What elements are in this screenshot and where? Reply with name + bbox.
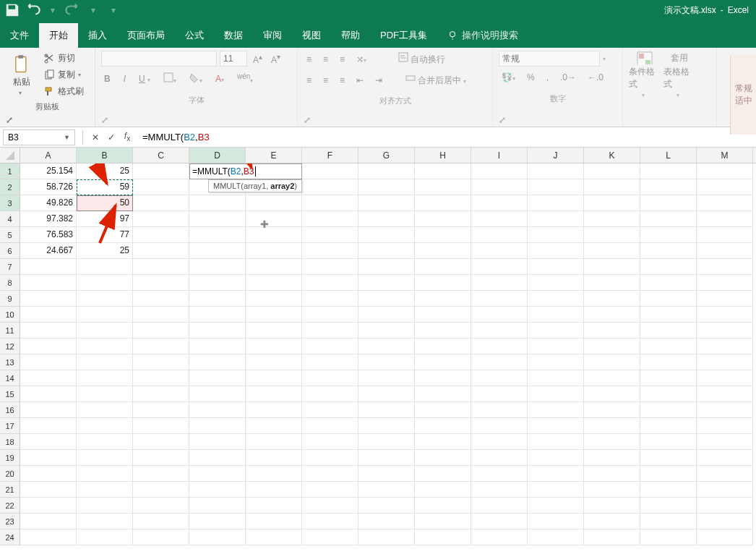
cell-A7[interactable] [20,259,77,275]
decrease-indent-icon[interactable]: ⇤ [353,74,366,87]
tooltip-arg1[interactable]: array1 [244,182,266,190]
cell-I10[interactable] [471,307,528,323]
conditional-format-button[interactable]: 条件格式▾ [629,51,661,98]
cell-H24[interactable] [415,530,471,545]
cell-A16[interactable] [20,402,77,418]
tab-view[interactable]: 视图 [292,23,331,48]
cell-K17[interactable] [584,418,640,434]
cell-F6[interactable] [302,243,358,259]
cell-G13[interactable] [358,354,415,370]
cell-L23[interactable] [640,514,697,530]
cell-H17[interactable] [415,418,471,434]
cell-F12[interactable] [302,339,358,354]
cell-C15[interactable] [133,386,189,402]
row-header-21[interactable]: 21 [0,482,20,498]
save-icon[interactable] [4,2,20,18]
cell-B15[interactable] [77,386,133,402]
cell-H9[interactable] [415,291,471,307]
cell-J23[interactable] [528,514,584,530]
cell-E9[interactable] [246,291,302,307]
paste-button[interactable]: 粘贴 ▾ [6,51,38,99]
cell-M6[interactable] [697,243,753,259]
cell-L9[interactable] [640,291,697,307]
cell-E14[interactable] [246,370,302,386]
cell-D18[interactable] [189,434,246,450]
comma-format-icon[interactable]: , [544,71,551,84]
cell-G6[interactable] [358,243,415,259]
cell-G19[interactable] [358,450,415,466]
cell-A12[interactable] [20,339,77,354]
cell-E23[interactable] [246,514,302,530]
number-launcher-icon[interactable]: ⤢ [499,115,617,125]
cell-C17[interactable] [133,418,189,434]
row-header-1[interactable]: 1 [0,163,20,179]
cell-H1[interactable] [415,163,471,179]
cell-L15[interactable] [640,386,697,402]
cell-M15[interactable] [697,386,753,402]
format-as-table-button[interactable]: 套用 表格格式▾ [663,51,695,98]
cell-E15[interactable] [246,386,302,402]
cell-M20[interactable] [697,466,753,482]
italic-button[interactable]: I [121,72,129,85]
cell-J10[interactable] [528,307,584,323]
cell-A19[interactable] [20,450,77,466]
column-header-J[interactable]: J [528,148,584,163]
cell-K15[interactable] [584,386,640,402]
cell-A9[interactable] [20,291,77,307]
increase-font-icon[interactable]: A▴ [250,51,265,67]
row-header-12[interactable]: 12 [0,339,20,354]
cell-J21[interactable] [528,482,584,498]
cell-A23[interactable] [20,514,77,530]
cell-I11[interactable] [471,323,528,339]
cell-A20[interactable] [20,466,77,482]
cell-L4[interactable] [640,211,697,227]
cell-D3[interactable] [189,195,246,211]
row-header-15[interactable]: 15 [0,386,20,402]
cell-C16[interactable] [133,402,189,418]
cell-E16[interactable] [246,402,302,418]
cell-B7[interactable] [77,259,133,275]
cell-C10[interactable] [133,307,189,323]
cell-J1[interactable] [528,163,584,179]
format-painter-button[interactable]: 格式刷 [40,84,87,99]
row-header-19[interactable]: 19 [0,450,20,466]
cell-C9[interactable] [133,291,189,307]
cell-E17[interactable] [246,418,302,434]
active-editing-cell[interactable]: =MMULT(B2, B3 [189,163,302,179]
cell-B2[interactable]: 59 [77,179,133,195]
redo-icon[interactable] [65,2,81,18]
cell-H4[interactable] [415,211,471,227]
undo-icon[interactable] [25,2,40,18]
cell-H3[interactable] [415,195,471,211]
align-left-icon[interactable]: ≡ [304,74,314,87]
cell-H20[interactable] [415,466,471,482]
cell-A24[interactable] [20,530,77,545]
cell-J18[interactable] [528,434,584,450]
cell-F17[interactable] [302,418,358,434]
tab-data[interactable]: 数据 [214,23,253,48]
cell-B6[interactable]: 25 [77,243,133,259]
cell-I22[interactable] [471,498,528,514]
cell-C6[interactable] [133,243,189,259]
increase-indent-icon[interactable]: ⇥ [372,74,385,87]
cell-E13[interactable] [246,354,302,370]
copy-button[interactable]: 复制 ▾ [40,67,87,82]
tell-me-search[interactable]: 操作说明搜索 [437,23,528,48]
cell-K11[interactable] [584,323,640,339]
cell-G23[interactable] [358,514,415,530]
cell-F22[interactable] [302,498,358,514]
cell-F19[interactable] [302,450,358,466]
cell-I21[interactable] [471,482,528,498]
cell-L19[interactable] [640,450,697,466]
row-header-9[interactable]: 9 [0,291,20,307]
cell-B11[interactable] [77,323,133,339]
cell-M12[interactable] [697,339,753,354]
tab-home[interactable]: 开始 [39,23,78,48]
cell-J17[interactable] [528,418,584,434]
cell-I17[interactable] [471,418,528,434]
cell-I19[interactable] [471,450,528,466]
cell-D19[interactable] [189,450,246,466]
cell-G9[interactable] [358,291,415,307]
cell-D7[interactable] [189,259,246,275]
qat-customize-icon[interactable]: ▾ [106,2,121,18]
